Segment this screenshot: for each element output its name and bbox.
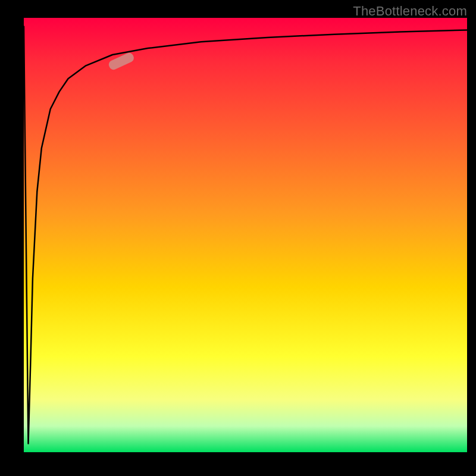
plot-area	[24, 18, 467, 452]
watermark-text: TheBottleneck.com	[353, 4, 467, 19]
chart-frame: TheBottleneck.com	[0, 0, 476, 476]
